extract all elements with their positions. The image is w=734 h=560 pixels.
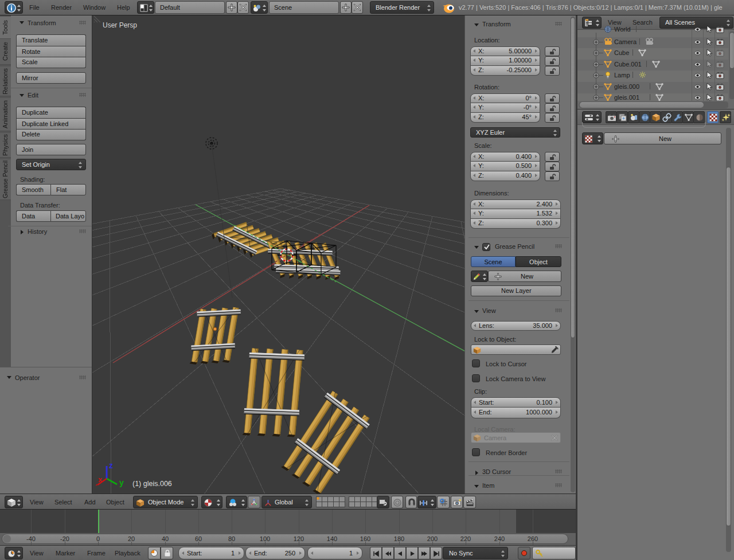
svg-text:z: z xyxy=(109,461,113,470)
svg-text:x: x xyxy=(98,475,103,484)
svg-text:y: y xyxy=(119,478,124,487)
